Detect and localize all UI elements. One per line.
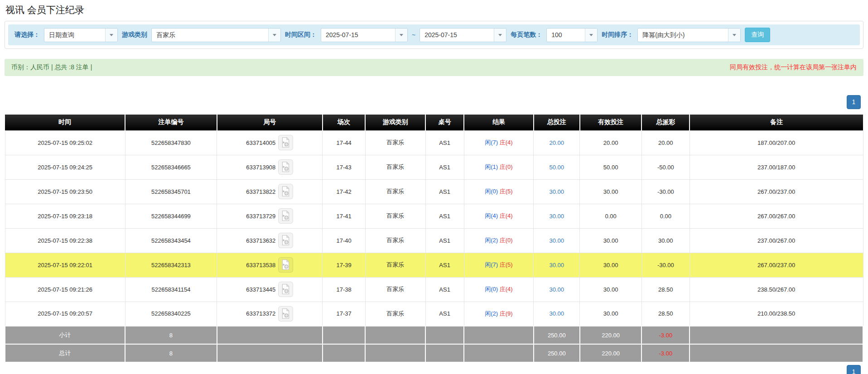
total-bet-link[interactable]: 30.00 (550, 188, 564, 195)
total-bet-link[interactable]: 30.00 (550, 237, 564, 244)
footer-total-bet: 250.00 (534, 326, 580, 344)
total-bet-link[interactable]: 20.00 (550, 139, 564, 146)
per-page-select[interactable]: 100 (546, 28, 598, 42)
cell-total-payout: 28.50 (641, 302, 690, 326)
video-icon (281, 137, 290, 148)
chevron-down-icon[interactable] (105, 29, 117, 42)
bets-table: 时间注单编号局号场次游戏类别桌号结果总投注有效投注总派彩备注 2025-07-1… (5, 115, 863, 363)
game-type-select[interactable]: 百家乐 (151, 28, 281, 42)
query-type-select[interactable]: 日期查询 (44, 28, 118, 42)
footer-empty-cell (425, 344, 464, 362)
footer-count: 8 (125, 326, 217, 344)
col-header-time: 时间 (5, 115, 125, 130)
total-bet-link[interactable]: 30.00 (550, 262, 564, 269)
time-sort-select[interactable]: 降冪(由大到小) (637, 28, 741, 42)
valid-bet-notice-text: 同局有效投注，统一计算在该局第一张注单内 (730, 63, 857, 72)
cell-valid-bet: 30.00 (580, 179, 641, 204)
cell-total-bet: 20.00 (534, 130, 580, 155)
cell-valid-bet: 30.00 (580, 253, 641, 277)
footer-total-payout: -3.00 (641, 344, 690, 362)
page-title: 视讯 会员下注纪录 (0, 0, 868, 19)
summary-bar: 币别：人民币 | 总共 :8 注单 | 同局有效投注，统一计算在该局第一张注单内 (5, 59, 863, 76)
cell-time: 2025-07-15 09:24:25 (5, 155, 125, 179)
total-bet-link[interactable]: 30.00 (550, 310, 564, 317)
cell-bet-id: 522658345701 (125, 179, 217, 204)
cell-note: 267.00/267.00 (690, 204, 863, 228)
footer-empty-cell (217, 326, 323, 344)
cell-round-id: 633713445 (217, 277, 323, 302)
video-replay-button[interactable] (278, 306, 293, 321)
col-header-valid-bet: 有效投注 (580, 115, 641, 130)
video-replay-button[interactable] (278, 282, 293, 297)
cell-total-bet: 30.00 (534, 179, 580, 204)
search-button[interactable]: 查询 (745, 28, 770, 42)
video-replay-button[interactable] (278, 184, 293, 199)
cell-time: 2025-07-15 09:23:18 (5, 204, 125, 228)
cell-note: 267.00/237.00 (690, 253, 863, 277)
page-button-1[interactable]: 1 (847, 95, 861, 109)
footer-label: 小计 (5, 326, 125, 344)
chevron-down-icon[interactable] (268, 29, 280, 42)
cell-total-bet: 30.00 (534, 277, 580, 302)
table-row: 2025-07-15 09:21:26522658341154633713445… (5, 277, 863, 302)
video-replay-button[interactable] (278, 208, 293, 224)
footer-empty-cell (464, 344, 533, 362)
table-row: 2025-07-15 09:23:50522658345701633713822… (5, 179, 863, 204)
table-row: 2025-07-15 09:20:57522658340225633713372… (5, 302, 863, 326)
total-bet-link[interactable]: 50.00 (550, 164, 564, 171)
game-type-label: 游戏类别 (122, 31, 147, 39)
cell-result: 闲(4) 庄(4) (464, 204, 533, 228)
cell-total-bet: 30.00 (534, 204, 580, 228)
cell-bet-id: 522658343454 (125, 228, 217, 253)
page-button-1[interactable]: 1 (847, 365, 861, 374)
cell-total-payout: -30.00 (641, 253, 690, 277)
cell-game-type: 百家乐 (365, 130, 425, 155)
cell-bet-id: 522658347830 (125, 130, 217, 155)
cell-total-bet: 50.00 (534, 155, 580, 179)
result-player: 闲(2) (485, 237, 498, 244)
col-header-table-no: 桌号 (425, 115, 464, 130)
result-player: 闲(1) (485, 163, 498, 170)
grand-total-row: 总计8250.00220.00-3.00 (5, 344, 863, 362)
col-header-total-bet: 总投注 (534, 115, 580, 130)
footer-empty-cell (690, 326, 863, 344)
result-banker: 庄(0) (500, 163, 513, 170)
cell-game-type: 百家乐 (365, 179, 425, 204)
table-row: 2025-07-15 09:22:38522658343454633713632… (5, 228, 863, 253)
footer-empty-cell (690, 344, 863, 362)
chevron-down-icon[interactable] (395, 29, 407, 42)
game-type-value: 百家乐 (152, 29, 268, 42)
round-id-text: 633713372 (246, 310, 275, 317)
video-icon (281, 259, 290, 270)
video-replay-button[interactable] (278, 257, 293, 273)
video-replay-button[interactable] (278, 233, 293, 248)
chevron-down-icon[interactable] (494, 29, 506, 42)
per-page-label: 每页笔数： (511, 31, 542, 39)
total-bet-link[interactable]: 30.00 (550, 286, 564, 293)
chevron-down-icon[interactable] (728, 29, 740, 42)
date-range-tilde: ~ (412, 31, 415, 38)
cell-table-no: AS1 (425, 302, 464, 326)
result-player: 闲(0) (485, 286, 498, 292)
round-id-text: 633713908 (246, 164, 275, 171)
footer-valid-bet: 220.00 (580, 344, 641, 362)
cell-table-no: AS1 (425, 204, 464, 228)
total-bet-link[interactable]: 30.00 (550, 213, 564, 220)
per-page-value: 100 (547, 29, 585, 42)
cell-session: 17-38 (323, 277, 366, 302)
cell-bet-id: 522658341154 (125, 277, 217, 302)
round-id-text: 633713632 (246, 237, 275, 244)
video-replay-button[interactable] (278, 159, 293, 175)
cell-result: 闲(7) 庄(5) (464, 253, 533, 277)
chevron-down-icon[interactable] (585, 29, 597, 42)
cell-result: 闲(0) 庄(4) (464, 277, 533, 302)
footer-label: 总计 (5, 344, 125, 362)
cell-game-type: 百家乐 (365, 302, 425, 326)
date-to-select[interactable]: 2025-07-15 (420, 28, 506, 42)
date-from-select[interactable]: 2025-07-15 (321, 28, 408, 42)
video-replay-button[interactable] (278, 135, 293, 150)
video-icon (281, 186, 290, 197)
result-player: 闲(7) (485, 261, 498, 268)
video-icon (281, 211, 290, 221)
cell-session: 17-37 (323, 302, 366, 326)
